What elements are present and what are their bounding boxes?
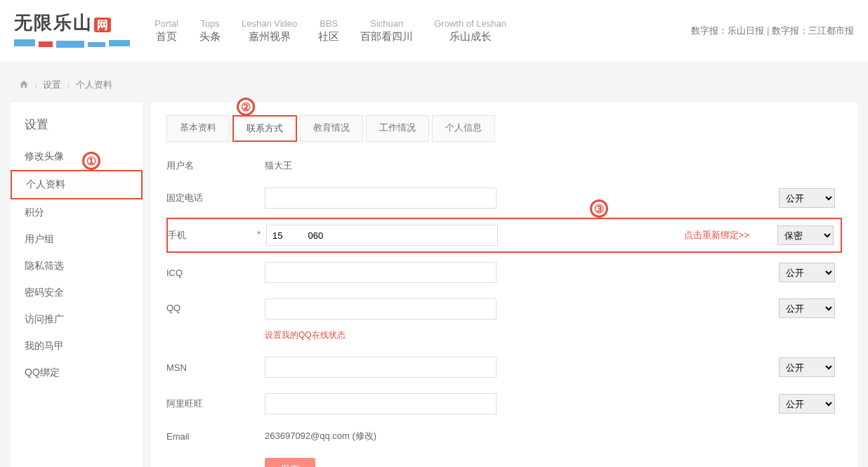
nav-item-growth[interactable]: Growth of Leshan 乐山成长 <box>434 18 506 44</box>
annotation-3: ③ <box>590 199 608 218</box>
breadcrumb-settings[interactable]: 设置 <box>43 79 61 91</box>
sidebar-item-alt[interactable]: 我的马甲 <box>11 333 143 360</box>
label-qq: QQ <box>166 298 265 313</box>
row-msn: MSN 公开 <box>166 349 842 386</box>
sidebar-item-promotion[interactable]: 访问推广 <box>11 306 143 333</box>
logo-text: 无限乐山 <box>14 12 93 33</box>
nav-item-sichuan[interactable]: Sichuan 百部看四川 <box>360 18 413 44</box>
svg-rect-0 <box>14 39 35 46</box>
row-save: 保存 <box>166 450 842 467</box>
logo-decoration <box>14 38 133 49</box>
tab-education[interactable]: 教育情况 <box>300 115 363 142</box>
logo[interactable]: 无限乐山网 <box>14 11 133 51</box>
header-right-links: 数字报：乐山日报 | 数字报：三江都市报 <box>691 25 854 37</box>
input-msn[interactable] <box>265 357 497 378</box>
row-icq: ICQ 公开 <box>166 254 842 291</box>
sidebar-item-profile[interactable]: 个人资料 <box>11 170 143 199</box>
tab-work[interactable]: 工作情况 <box>366 115 429 142</box>
label-fixed-phone: 固定电话 <box>166 192 265 204</box>
sidebar-item-privacy[interactable]: 隐私筛选 <box>11 253 143 279</box>
nav-item-bbs[interactable]: BBS 社区 <box>318 18 339 44</box>
annotation-2: ② <box>237 98 255 116</box>
row-email: Email 263697092@qq.com (修改) <box>166 422 842 450</box>
sidebar-item-usergroup[interactable]: 用户组 <box>11 226 143 253</box>
main-nav: Portal 首页 Tops 头条 Leshan Video 嘉州视界 BBS … <box>154 18 506 44</box>
nav-item-portal[interactable]: Portal 首页 <box>154 18 178 44</box>
label-username: 用户名 <box>166 159 265 172</box>
svg-rect-3 <box>88 42 105 47</box>
sidebar: 设置 修改头像 个人资料 积分 用户组 隐私筛选 密码安全 访问推广 我的马甲 … <box>11 103 143 467</box>
row-fixed-phone: 固定电话 公开 <box>166 180 842 216</box>
row-aliww: 阿里旺旺 公开 <box>166 386 842 422</box>
privacy-fixed-phone[interactable]: 公开 <box>779 188 835 208</box>
annotation-1: ① <box>82 152 100 170</box>
input-fixed-phone[interactable] <box>265 188 497 209</box>
logo-badge: 网 <box>94 18 111 32</box>
sidebar-item-points[interactable]: 积分 <box>11 199 143 226</box>
row-qq: QQ 设置我的QQ在线状态 公开 <box>166 291 842 349</box>
nav-item-tops[interactable]: Tops 头条 <box>199 18 221 44</box>
rebind-link[interactable]: 点击重新绑定>> <box>684 229 749 242</box>
row-mobile-phone: 手机 * 点击重新绑定>> 保密 <box>166 218 842 253</box>
privacy-icq[interactable]: 公开 <box>779 263 835 282</box>
row-username: 用户名 猫大王 <box>166 152 842 180</box>
home-icon[interactable] <box>19 79 29 91</box>
main-content: 基本资料 联系方式 教育情况 工作情况 个人信息 用户名 猫大王 固定电话 公开 <box>151 103 857 467</box>
container: › 设置 › 个人资料 设置 修改头像 个人资料 积分 用户组 隐私筛选 密码安… <box>0 63 868 467</box>
tab-personal[interactable]: 个人信息 <box>432 115 495 142</box>
input-icq[interactable] <box>265 262 497 283</box>
sidebar-item-password[interactable]: 密码安全 <box>11 279 143 306</box>
privacy-aliww[interactable]: 公开 <box>779 394 835 414</box>
label-mobile-phone: 手机 * <box>168 229 266 242</box>
value-username: 猫大王 <box>265 159 292 172</box>
label-msn: MSN <box>166 362 265 373</box>
tab-basic[interactable]: 基本资料 <box>166 115 230 142</box>
privacy-mobile-phone[interactable]: 保密 <box>777 225 834 245</box>
input-qq[interactable] <box>265 298 497 320</box>
input-mobile-phone[interactable] <box>266 225 498 246</box>
value-email[interactable]: 263697092@qq.com (修改) <box>265 430 376 442</box>
label-icq: ICQ <box>166 268 265 278</box>
nav-item-video[interactable]: Leshan Video 嘉州视界 <box>242 18 297 44</box>
digital-paper-link-2[interactable]: 数字报：三江都市报 <box>772 25 854 36</box>
sidebar-item-avatar[interactable]: 修改头像 <box>11 143 143 170</box>
svg-rect-1 <box>39 41 53 47</box>
input-aliww[interactable] <box>265 393 497 414</box>
privacy-qq[interactable]: 公开 <box>779 298 835 318</box>
tabs: 基本资料 联系方式 教育情况 工作情况 个人信息 <box>166 115 842 142</box>
qq-hint-link[interactable]: 设置我的QQ在线状态 <box>265 329 346 341</box>
label-aliww: 阿里旺旺 <box>166 397 265 410</box>
privacy-msn[interactable]: 公开 <box>779 357 835 377</box>
svg-rect-4 <box>109 40 130 46</box>
breadcrumb-profile[interactable]: 个人资料 <box>76 79 112 91</box>
breadcrumb: › 设置 › 个人资料 <box>11 73 857 97</box>
label-email: Email <box>166 431 265 442</box>
sidebar-title: 设置 <box>11 113 143 143</box>
sidebar-item-qq-bind[interactable]: QQ绑定 <box>11 360 143 386</box>
svg-rect-2 <box>56 41 84 48</box>
save-button[interactable]: 保存 <box>265 458 315 467</box>
tab-contact[interactable]: 联系方式 <box>232 115 297 142</box>
digital-paper-link-1[interactable]: 数字报：乐山日报 <box>691 25 764 36</box>
header: 无限乐山网 Portal 首页 Tops 头条 Leshan Video 嘉州视… <box>0 0 868 63</box>
